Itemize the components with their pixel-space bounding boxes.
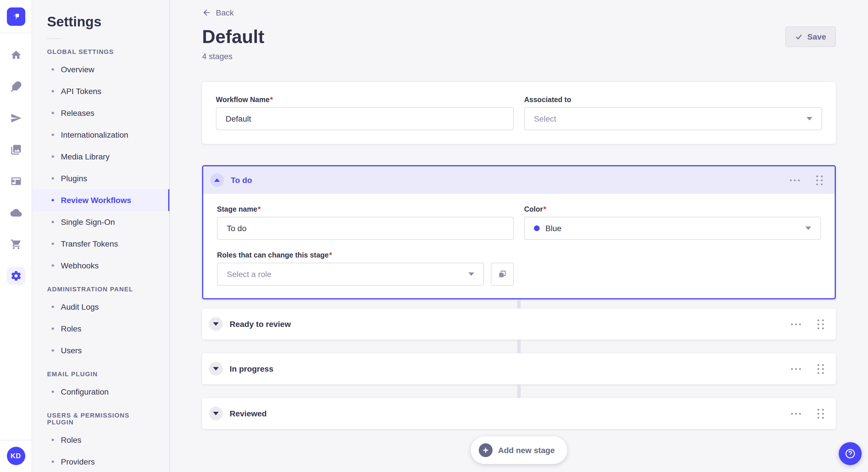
stage-title: Reviewed — [229, 409, 267, 418]
stage-connector — [202, 299, 836, 308]
user-avatar[interactable]: KD — [7, 447, 25, 465]
sidebar-item-label: Single Sign-On — [61, 217, 115, 227]
bullet-icon — [52, 90, 54, 92]
workflow-name-field: Workflow Name* — [216, 96, 514, 130]
stage-title: Ready to review — [229, 319, 291, 329]
stage-name-input[interactable] — [217, 217, 514, 240]
sidebar-item-label: Users — [61, 346, 82, 355]
sidebar-item-up-roles[interactable]: Roles — [32, 429, 169, 451]
workflow-name-input[interactable] — [216, 107, 514, 130]
drag-handle-icon[interactable] — [816, 317, 826, 331]
bullet-icon — [52, 461, 54, 463]
save-button[interactable]: Save — [786, 26, 836, 47]
question-mark-icon — [844, 447, 857, 460]
sidebar-item-webhooks[interactable]: Webhooks — [32, 255, 169, 276]
help-button[interactable] — [839, 442, 862, 465]
sidebar-item-configuration[interactable]: Configuration — [32, 381, 169, 403]
arrow-left-icon — [202, 8, 211, 17]
stage-roles-select[interactable]: Select a role — [217, 263, 484, 285]
bullet-icon — [52, 243, 54, 245]
stage-row-reviewed: Reviewed — [202, 398, 836, 429]
stage-header-todo[interactable]: To do — [203, 166, 835, 194]
sidebar-item-label: Roles — [61, 435, 82, 444]
required-asterisk: * — [258, 205, 260, 213]
add-new-stage-button[interactable]: Add new stage — [470, 436, 567, 464]
home-icon[interactable] — [7, 46, 25, 64]
label-text: Workflow Name — [216, 96, 270, 104]
stage-connector — [202, 339, 836, 353]
ellipsis-icon[interactable] — [789, 410, 803, 417]
stage-roles-field: Roles that can change this stage* Select… — [217, 251, 514, 285]
media-library-icon[interactable] — [7, 140, 25, 159]
label-text: Color — [524, 205, 543, 213]
sidebar-item-review-workflows[interactable]: Review Workflows — [32, 189, 169, 211]
sidebar-item-providers[interactable]: Providers — [32, 451, 169, 472]
sidebar-title: Settings — [47, 14, 169, 30]
back-link[interactable]: Back — [202, 7, 234, 19]
rail-icon-list — [7, 46, 25, 285]
sidebar-item-single-sign-on[interactable]: Single Sign-On — [32, 211, 169, 233]
ellipsis-icon[interactable] — [789, 366, 803, 372]
back-label: Back — [216, 8, 234, 17]
stage-row-ready-to-review: Ready to review — [202, 308, 836, 339]
required-asterisk: * — [329, 251, 332, 259]
sidebar-item-label: API Tokens — [61, 87, 101, 96]
paper-plane-icon[interactable] — [7, 109, 25, 127]
bullet-icon — [52, 439, 54, 441]
workflow-meta-card: Workflow Name* Associated to Select — [202, 82, 836, 144]
expand-stage-button[interactable] — [209, 317, 223, 331]
collapse-stage-button[interactable] — [210, 173, 224, 187]
drag-handle-icon[interactable] — [816, 362, 826, 375]
add-stage-label: Add new stage — [498, 446, 555, 455]
label-text: Stage name — [217, 205, 257, 213]
cart-icon[interactable] — [7, 235, 25, 254]
ellipsis-icon[interactable] — [789, 321, 803, 327]
associated-to-select[interactable]: Select — [524, 107, 822, 130]
bullet-icon — [52, 112, 54, 114]
layout-icon[interactable] — [7, 172, 25, 191]
sidebar-item-api-tokens[interactable]: API Tokens — [32, 80, 169, 102]
sidebar-item-overview[interactable]: Overview — [32, 59, 169, 80]
required-asterisk: * — [544, 205, 546, 213]
page-title: Default — [202, 26, 265, 47]
section-label-email-plugin: EMAIL PLUGIN — [47, 370, 154, 377]
sidebar-item-users[interactable]: Users — [32, 339, 169, 361]
sidebar-item-label: Providers — [61, 457, 95, 466]
drag-handle-icon[interactable] — [816, 407, 826, 420]
chevron-down-icon — [807, 117, 812, 121]
sidebar-divider — [47, 38, 61, 39]
icon-rail: KD — [0, 0, 32, 472]
sidebar-item-media-library[interactable]: Media Library — [32, 146, 169, 167]
stage-color-select[interactable]: Blue — [524, 217, 821, 240]
logo-area — [0, 0, 32, 33]
sidebar-item-internationalization[interactable]: Internationalization — [32, 124, 169, 146]
sidebar-item-label: Releases — [61, 108, 94, 117]
sidebar-item-transfer-tokens[interactable]: Transfer Tokens — [32, 233, 169, 255]
associated-to-field: Associated to Select — [524, 96, 822, 130]
label-text: Roles that can change this stage — [217, 251, 329, 259]
strapi-logo[interactable] — [7, 7, 25, 26]
chevron-down-icon — [805, 227, 811, 230]
sidebar-item-audit-logs[interactable]: Audit Logs — [32, 296, 169, 318]
drag-handle-icon[interactable] — [815, 173, 825, 187]
title-row: Default Save — [202, 24, 836, 49]
duplicate-stage-button[interactable] — [491, 263, 514, 285]
sidebar-item-plugins[interactable]: Plugins — [32, 167, 169, 189]
sidebar-item-label: Internationalization — [61, 130, 128, 139]
feather-icon[interactable] — [7, 77, 25, 96]
select-value: Blue — [546, 224, 561, 233]
section-label-global-settings: GLOBAL SETTINGS — [47, 48, 154, 55]
stage-title: To do — [231, 175, 252, 185]
main-content: Back Default Save 4 stages Workflow Name… — [170, 0, 868, 472]
select-placeholder: Select a role — [227, 270, 272, 279]
stage-color-field: Color* Blue — [524, 205, 821, 240]
stage-connector — [202, 384, 836, 398]
expand-stage-button[interactable] — [209, 407, 223, 420]
ellipsis-icon[interactable] — [787, 177, 802, 183]
bullet-icon — [52, 391, 54, 393]
sidebar-item-releases[interactable]: Releases — [32, 102, 169, 124]
sidebar-item-admin-roles[interactable]: Roles — [32, 318, 169, 339]
gear-icon[interactable] — [7, 267, 25, 285]
cloud-icon[interactable] — [7, 204, 25, 222]
expand-stage-button[interactable] — [209, 362, 223, 376]
